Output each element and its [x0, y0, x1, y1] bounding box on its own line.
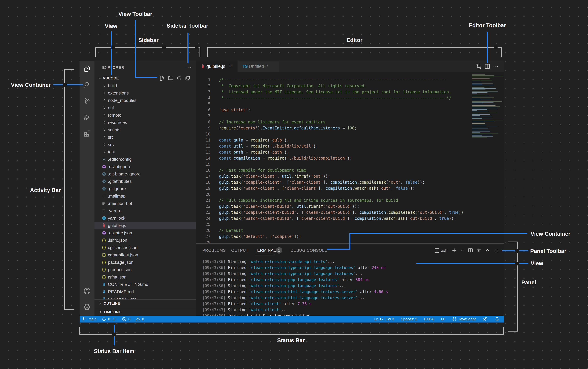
- annotation-line-view-toolbar-h: [135, 77, 157, 78]
- tab-untitled[interactable]: TS Untitled-2: [238, 60, 279, 72]
- file-tree-item-.eslintrc.json[interactable]: .eslintrc.json: [94, 229, 196, 237]
- file-tree-item-tsfmt.json[interactable]: {}tsfmt.json: [94, 273, 196, 281]
- activity-bar-item-extensions[interactable]: [80, 125, 94, 141]
- split-editor-icon[interactable]: [484, 63, 491, 70]
- status-bar-item-bell[interactable]: [494, 317, 500, 322]
- status-bar-item-0-1-[interactable]: 0↓ 1↑: [102, 317, 117, 322]
- status-bar-item-0[interactable]: 0: [122, 317, 130, 322]
- file-tree-item-extensions[interactable]: extensions: [94, 89, 196, 97]
- status-bar-item-ln-17-col-3[interactable]: Ln 17, Col 3: [374, 317, 394, 321]
- panel-tab-problems[interactable]: PROBLEMS: [202, 244, 226, 257]
- file-tree-item-CONTRIBUTING.md[interactable]: CONTRIBUTING.md: [94, 281, 196, 288]
- file-tree-item-product.json[interactable]: {}product.json: [94, 266, 196, 273]
- chevron-right-icon: [102, 128, 107, 132]
- annotation-line-view-container-left: [53, 84, 83, 85]
- feedback-icon: [482, 317, 488, 322]
- file-tree-item-remote[interactable]: remote: [94, 111, 196, 119]
- explorer-section-vscode[interactable]: VSCODE: [94, 74, 196, 82]
- open-changes-icon[interactable]: [476, 63, 482, 70]
- tab-gulpfile[interactable]: gulpfile.js ×: [196, 60, 238, 72]
- chevron-right-icon: [102, 91, 107, 95]
- file-tree-item-.gitignore[interactable]: .gitignore: [94, 185, 196, 192]
- status-bar-item-spaces-2[interactable]: Spaces: 2: [401, 317, 417, 321]
- file-tree-item-.yarnrc[interactable]: .yarnrc: [94, 207, 196, 214]
- chevron-up-icon[interactable]: [485, 248, 490, 253]
- trash-icon[interactable]: [476, 248, 482, 253]
- file-tree-item-package.json[interactable]: {}package.json: [94, 259, 196, 266]
- editor-code[interactable]: 1/*-------------------------------------…: [196, 72, 504, 243]
- terminal-icon[interactable]: [434, 248, 440, 253]
- file-tree-item-build[interactable]: build: [94, 82, 196, 89]
- file-tree-item-.git-blame-ignore[interactable]: .git-blame-ignore: [94, 170, 196, 178]
- grid-dot-overlay: [63, 83, 67, 87]
- code-line-12: 12const util = require('./build/lib/util…: [196, 143, 504, 149]
- status-bar-item-0[interactable]: 0: [136, 317, 144, 322]
- line-number: 23: [196, 209, 210, 215]
- close-icon[interactable]: ×: [230, 64, 232, 69]
- status-bar-item-main[interactable]: main: [82, 317, 96, 322]
- file-tree-item-.lsifrc.json[interactable]: {}.lsifrc.json: [94, 237, 196, 244]
- new-file-icon[interactable]: [159, 75, 165, 81]
- activity-bar-item-run-debug[interactable]: [80, 109, 94, 125]
- file-name: remote: [108, 113, 121, 118]
- chevron-right-icon: [102, 150, 107, 154]
- status-bar: main0↓ 1↑00 Ln 17, Col 3Spaces: 2UTF-8LF…: [80, 316, 504, 322]
- timeline-section[interactable]: TIMELINE: [94, 308, 196, 316]
- label-activity-bar: Activity Bar: [30, 187, 61, 193]
- activity-bar-item-source-control[interactable]: [80, 93, 94, 109]
- new-folder-icon[interactable]: [168, 75, 173, 81]
- split-terminal-icon[interactable]: [468, 248, 473, 253]
- file-tree-item-.eslintignore[interactable]: .eslintignore: [94, 163, 196, 170]
- outline-section[interactable]: OUTLINE: [94, 299, 196, 307]
- file-tree-item-src[interactable]: src: [94, 133, 196, 141]
- panel-tab-output[interactable]: OUTPUT: [231, 244, 248, 257]
- activity-bar-item-files[interactable]: [80, 60, 94, 77]
- code-text: // Default: [219, 228, 243, 233]
- code-text: gulp.task('compile-client', ['clean-clie…: [219, 179, 425, 185]
- file-tree-item-cglicenses.json[interactable]: {}cglicenses.json: [94, 244, 196, 251]
- file-tree-item-test[interactable]: test: [94, 148, 196, 156]
- file-tree-item-scripts[interactable]: scripts: [94, 126, 196, 133]
- file-tree-item-.mailmap[interactable]: .mailmap: [94, 192, 196, 200]
- file-tree-item-.mention-bot[interactable]: .mention-bot: [94, 200, 196, 207]
- minimap[interactable]: [470, 72, 504, 243]
- bracket-sidebar-tick-r: [200, 47, 200, 57]
- status-bar-item-lf[interactable]: LF: [441, 317, 445, 321]
- close-icon[interactable]: [493, 248, 499, 253]
- label-panel: Panel: [521, 279, 536, 286]
- add-icon[interactable]: [452, 248, 457, 253]
- file-tree-item-node_modules[interactable]: node_modules: [94, 97, 196, 104]
- label-view-container-right: View Container: [531, 231, 570, 237]
- file-tree-item-out[interactable]: out: [94, 104, 196, 111]
- chevron-down-icon[interactable]: [460, 248, 464, 253]
- file-tree-item-.editorconfig[interactable]: .editorconfig: [94, 156, 196, 163]
- status-bar-item-feedback[interactable]: [482, 317, 488, 322]
- file-tree-item-src[interactable]: src: [94, 141, 196, 148]
- activity-bar-item-account[interactable]: [80, 283, 94, 299]
- status-bar-item-javascript[interactable]: {}JavaScript: [452, 317, 476, 321]
- file-tree-item-.gitattributes[interactable]: .gitattributes: [94, 178, 196, 185]
- line-number: 4: [196, 95, 210, 101]
- activity-bar-item-settings-gear[interactable]: ⚙: [80, 299, 94, 315]
- file-tree-item-README.md[interactable]: README.md: [94, 288, 196, 295]
- terminal-line: [09:43:36] Finished 'clean-extension:typ…: [202, 265, 386, 271]
- file-name: .lsifrc.json: [108, 238, 127, 243]
- code-line-13: 13const path = require('path');: [196, 149, 504, 155]
- code-line-5: 5: [196, 101, 504, 107]
- sidebar-more-actions-icon[interactable]: ···: [185, 64, 192, 70]
- file-tree-item-cgmanifest.json[interactable]: {}cgmanifest.json: [94, 251, 196, 259]
- terminal-shell-select[interactable]: zsh: [434, 248, 447, 253]
- terminal-output[interactable]: [09:43:36] Starting 'watch-extension:vsc…: [202, 259, 497, 316]
- ts-icon: TS: [242, 64, 248, 69]
- file-tree-item-gulpfile.js[interactable]: gulpfile.js: [94, 222, 196, 229]
- bracket-editor: [207, 47, 502, 48]
- sidebar: EXPLORER ··· VSCODE buildextensionsnode_…: [94, 60, 196, 316]
- more-actions-icon[interactable]: [493, 63, 499, 70]
- refresh-icon[interactable]: [176, 75, 182, 81]
- code-line-14: 14const compilation = require('./build/l…: [196, 155, 504, 161]
- file-tree-item-resources[interactable]: resources: [94, 119, 196, 126]
- status-bar-item-utf-8[interactable]: UTF-8: [424, 317, 434, 321]
- panel-tab-debug-console[interactable]: DEBUG CONSOLE: [291, 244, 327, 257]
- collapse-all-icon[interactable]: [185, 75, 190, 81]
- file-tree-item-yarn.lock[interactable]: yarn.lock: [94, 214, 196, 222]
